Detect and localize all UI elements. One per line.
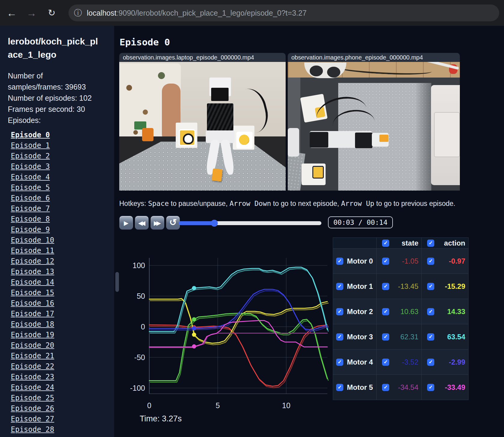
orange-lego-brick xyxy=(212,168,223,181)
play-icon: ▶ xyxy=(124,220,128,226)
state-checkbox[interactable]: ✓ xyxy=(382,308,389,315)
x-tick-label: 10 xyxy=(282,401,290,410)
motor-label: Motor 3 xyxy=(347,333,373,341)
sidebar-episode-link[interactable]: Episode 21 xyxy=(11,351,54,361)
sidebar-episode-link[interactable]: Episode 7 xyxy=(11,203,54,214)
sidebar-episode-link[interactable]: Episode 1 xyxy=(11,140,54,151)
x-tick-label: 0 xyxy=(147,401,151,410)
sidebar-episode-link[interactable]: Episode 15 xyxy=(11,288,54,298)
video-laptop[interactable] xyxy=(119,62,286,191)
motor-row-checkbox[interactable]: ✓ xyxy=(336,384,343,391)
sidebar-episode-link[interactable]: Episode 10 xyxy=(11,235,54,246)
action-checkbox[interactable]: ✓ xyxy=(427,384,434,391)
table-row: ✓Motor 2✓10.63✓14.33 xyxy=(333,299,468,324)
video-panel-laptop: observation.images.laptop_episode_000000… xyxy=(119,53,286,191)
sidebar-episode-link[interactable]: Episode 28 xyxy=(11,424,54,435)
sidebar-episode-link[interactable]: Episode 6 xyxy=(11,193,54,203)
video-title-phone: observation.images.phone_episode_000000.… xyxy=(288,53,460,62)
state-value: -34.54 xyxy=(398,383,418,392)
loop-icon: ↺ xyxy=(169,217,177,227)
state-column-label: state xyxy=(402,239,418,247)
stat-line: Episodes: xyxy=(8,115,92,126)
motor-row-checkbox[interactable]: ✓ xyxy=(336,359,343,366)
state-checkbox[interactable]: ✓ xyxy=(382,283,389,290)
page-title: Episode 0 xyxy=(120,37,170,47)
state-checkbox[interactable]: ✓ xyxy=(382,359,389,366)
state-column-checkbox[interactable]: ✓ xyxy=(382,240,389,247)
video-phone[interactable] xyxy=(288,62,460,191)
table-row: ✓Motor 5✓-34.54✓-33.49 xyxy=(333,375,468,400)
state-value: -13.45 xyxy=(398,282,418,291)
fast-forward-button[interactable]: ▶▶ xyxy=(150,216,164,230)
action-column-checkbox[interactable]: ✓ xyxy=(427,240,434,247)
loop-button[interactable]: ↺ xyxy=(166,216,180,230)
motor-label: Motor 2 xyxy=(347,307,373,316)
motor-row-checkbox[interactable]: ✓ xyxy=(336,283,343,290)
url-path: :9090/lerobot/koch_pick_place_1_lego/epi… xyxy=(117,9,307,17)
sidebar-episode-link[interactable]: Episode 3 xyxy=(11,161,54,172)
reload-icon[interactable]: ↻ xyxy=(44,0,59,26)
motor-row-checkbox[interactable]: ✓ xyxy=(336,258,343,265)
sidebar-episode-link[interactable]: Episode 24 xyxy=(11,382,54,393)
y-tick-label: -100 xyxy=(130,384,145,392)
sidebar-episode-link[interactable]: Episode 9 xyxy=(11,225,54,235)
motor-table-header: ✓ state ✓ action xyxy=(333,238,468,249)
motor-label: Motor 5 xyxy=(347,383,373,392)
fast-forward-icon: ▶▶ xyxy=(154,216,159,230)
y-tick-label: 0 xyxy=(141,322,145,331)
robot-electronics xyxy=(207,103,233,131)
dataset-title: lerobot/koch_pick_place_1_lego xyxy=(8,35,99,61)
sidebar-episode-link[interactable]: Episode 2 xyxy=(11,151,54,161)
url-bar[interactable]: ⓘ localhost:9090/lerobot/koch_pick_place… xyxy=(68,5,499,21)
side-robot-arm xyxy=(288,128,299,157)
state-checkbox[interactable]: ✓ xyxy=(382,384,389,391)
sidebar: lerobot/koch_pick_place_1_lego Number of… xyxy=(0,26,114,437)
state-checkbox[interactable]: ✓ xyxy=(382,333,389,341)
robot-motor xyxy=(355,133,372,148)
video-title-laptop: observation.images.laptop_episode_000000… xyxy=(119,53,286,62)
sidebar-episode-link[interactable]: Episode 14 xyxy=(11,277,54,288)
back-icon[interactable]: ← xyxy=(4,0,19,26)
sidebar-episode-link[interactable]: Episode 11 xyxy=(11,246,54,256)
rewind-button[interactable]: ◀◀ xyxy=(135,216,149,230)
y-tick-label: 50 xyxy=(137,292,145,300)
info-icon[interactable]: ⓘ xyxy=(74,8,82,18)
sidebar-episode-link[interactable]: Episode 26 xyxy=(11,403,54,414)
action-value: -33.49 xyxy=(445,383,465,392)
sidebar-episode-link[interactable]: Episode 16 xyxy=(11,298,54,309)
action-checkbox[interactable]: ✓ xyxy=(427,308,434,315)
sidebar-episode-link[interactable]: Episode 22 xyxy=(11,361,54,372)
sidebar-episode-link[interactable]: Episode 19 xyxy=(11,330,54,340)
sidebar-episode-link[interactable]: Episode 23 xyxy=(11,372,54,382)
sidebar-episode-link[interactable]: Episode 13 xyxy=(11,267,54,277)
forward-icon[interactable]: → xyxy=(24,0,39,26)
chart-line-action-motor0 xyxy=(149,325,327,386)
action-checkbox[interactable]: ✓ xyxy=(427,333,434,341)
sidebar-episode-link[interactable]: Episode 18 xyxy=(11,319,54,330)
motor-row-checkbox[interactable]: ✓ xyxy=(336,333,343,341)
sidebar-episode-link[interactable]: Episode 27 xyxy=(11,414,54,424)
action-checkbox[interactable]: ✓ xyxy=(427,359,434,366)
chart-time-label: Time: 3.27s xyxy=(140,414,182,423)
seek-slider[interactable] xyxy=(179,221,321,225)
sidebar-episode-link[interactable]: Episode 0 xyxy=(11,130,54,140)
sidebar-episode-link[interactable]: Episode 17 xyxy=(11,309,54,319)
action-checkbox[interactable]: ✓ xyxy=(427,258,434,265)
sidebar-episode-link[interactable]: Episode 8 xyxy=(11,214,54,225)
sidebar-episode-link[interactable]: Episode 12 xyxy=(11,256,54,267)
stat-line: Frames per second: 30 xyxy=(8,104,92,115)
state-checkbox[interactable]: ✓ xyxy=(382,258,389,265)
seek-slider-fill xyxy=(179,221,216,225)
sidebar-episode-link[interactable]: Episode 4 xyxy=(11,172,54,182)
hotkey-text: to go to next episode, xyxy=(271,200,341,207)
sidebar-episode-link[interactable]: Episode 20 xyxy=(11,340,54,351)
motor-row-checkbox[interactable]: ✓ xyxy=(336,308,343,315)
play-button[interactable]: ▶ xyxy=(119,216,133,230)
action-checkbox[interactable]: ✓ xyxy=(427,283,434,290)
chart-marker-dot xyxy=(192,344,196,349)
sidebar-episode-link[interactable]: Episode 5 xyxy=(11,182,54,193)
chart-marker-dot xyxy=(192,333,196,337)
chart-marker-dot xyxy=(192,326,196,330)
sidebar-episode-link[interactable]: Episode 25 xyxy=(11,393,54,403)
seek-slider-thumb[interactable] xyxy=(211,220,218,227)
